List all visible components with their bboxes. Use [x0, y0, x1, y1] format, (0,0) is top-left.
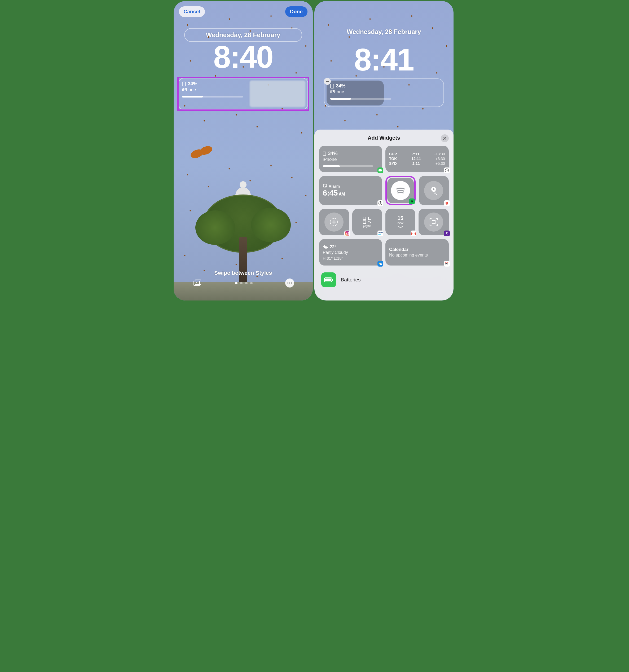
svg-point-18 [433, 188, 435, 190]
add-widgets-sheet: Add Widgets 34% iPhone CUP7:11-13:30 [314, 129, 453, 301]
wallpaper-gallery-button[interactable] [192, 278, 203, 288]
widget-suggestion-maps-search[interactable] [419, 176, 449, 205]
svg-point-5 [289, 283, 290, 284]
instagram-app-badge [344, 231, 350, 236]
spotify-app-badge [409, 198, 415, 204]
battery-bar [330, 98, 391, 100]
tutorial-highlight [177, 77, 309, 111]
style-pager-dots[interactable] [235, 282, 253, 284]
tutorial-highlight-spotify [386, 176, 416, 205]
widget-suggestion-paytm-qr[interactable]: paytm PaytmUPI [352, 209, 382, 235]
svg-rect-31 [432, 220, 435, 224]
widget-suggestion-battery[interactable]: 34% iPhone [319, 146, 382, 172]
google-maps-app-badge [444, 200, 450, 206]
svg-point-6 [291, 283, 292, 284]
svg-rect-27 [369, 217, 371, 220]
widget-suggestion-gmail[interactable]: 15 new [386, 209, 415, 235]
time-label[interactable]: 8:41 [314, 44, 453, 75]
svg-rect-11 [382, 170, 382, 171]
more-options-button[interactable] [285, 279, 294, 288]
widget-suggestion-instagram-create[interactable] [319, 209, 349, 235]
done-button[interactable]: Done [285, 6, 307, 17]
battery-percent: 34% [328, 151, 338, 157]
weather-app-badge [377, 261, 383, 267]
svg-rect-38 [325, 279, 331, 281]
time-label[interactable]: 8:40 [173, 41, 313, 73]
cancel-button[interactable]: Cancel [179, 6, 205, 17]
widget-suggestion-worldclock[interactable]: CUP7:11-13:30 TOK12:11+3:30 SYD2:11+5:30 [386, 146, 449, 172]
widget-suggestion-weather[interactable]: 22° Partly Cloudy H:31° L:18° [319, 239, 382, 265]
remove-widget-button[interactable] [324, 78, 331, 85]
svg-rect-10 [378, 169, 382, 171]
svg-rect-26 [363, 217, 366, 220]
svg-rect-1 [194, 281, 200, 286]
svg-rect-2 [195, 280, 201, 285]
phone-icon [330, 84, 334, 89]
calendar-app-badge: WED 28 [444, 261, 450, 267]
widget-suggestion-phonepe-scan[interactable]: ₹ [419, 209, 448, 235]
qr-icon [363, 216, 372, 224]
svg-rect-9 [323, 152, 326, 155]
battery-percent: 34% [336, 83, 346, 89]
phone-icon [323, 151, 326, 156]
close-icon [443, 137, 446, 140]
date-widget-slot[interactable]: Wednesday, 28 February [325, 28, 443, 35]
phonepe-app-badge: ₹ [444, 231, 450, 236]
batteries-list-icon [321, 272, 336, 287]
lockscreen-add-widgets: Wednesday, 28 February 8:41 34% iPhone A… [314, 1, 453, 301]
svg-point-33 [324, 246, 328, 248]
svg-point-21 [446, 202, 447, 203]
svg-rect-30 [370, 222, 371, 223]
mail-icon [398, 225, 403, 229]
svg-rect-29 [369, 221, 370, 222]
battery-bar [323, 165, 373, 167]
battery-device: iPhone [323, 157, 379, 162]
sheet-title: Add Widgets [368, 135, 400, 141]
spotify-icon [395, 185, 406, 196]
batteries-list-label: Batteries [341, 277, 361, 283]
svg-rect-28 [363, 221, 366, 223]
clock-app-badge [377, 200, 383, 206]
location-search-icon [429, 186, 438, 195]
widget-suggestion-alarm[interactable]: Alarm 6:45AM [319, 176, 382, 205]
date-label: Wednesday, 28 February [185, 31, 302, 39]
clock-app-badge [444, 167, 450, 173]
swipe-hint: Swipe between Styles [173, 270, 313, 276]
plus-dashed-icon [329, 218, 339, 226]
svg-point-19 [434, 192, 436, 194]
date-label: Wednesday, 28 February [325, 28, 443, 35]
battery-widget-placed[interactable]: 34% iPhone [327, 80, 384, 105]
widget-suggestion-spotify[interactable] [387, 178, 414, 203]
svg-point-4 [287, 283, 288, 284]
close-sheet-button[interactable] [441, 134, 449, 142]
scan-qr-icon [429, 217, 438, 227]
svg-point-35 [379, 263, 382, 265]
widget-suggestion-calendar[interactable]: Calendar No upcoming events WED 28 [386, 239, 449, 265]
paytm-upi-app-badge: PaytmUPI [377, 231, 383, 236]
partly-cloudy-icon [323, 245, 328, 249]
svg-rect-8 [330, 84, 334, 88]
alarm-icon [323, 184, 327, 188]
svg-rect-37 [332, 279, 333, 281]
battery-device: iPhone [330, 89, 380, 95]
batteries-app-badge [377, 167, 383, 173]
lockscreen-editor: Cancel Done Wednesday, 28 February 8:40 … [173, 1, 313, 301]
widget-app-batteries[interactable]: Batteries [319, 271, 449, 289]
svg-point-3 [196, 282, 197, 283]
gmail-app-badge [411, 231, 416, 236]
svg-rect-7 [326, 81, 329, 81]
